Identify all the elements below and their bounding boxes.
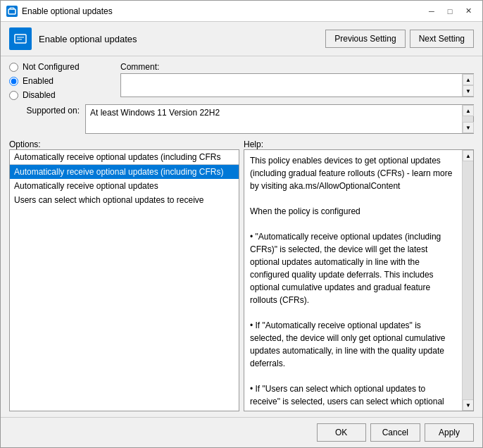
svg-rect-1	[15, 35, 26, 43]
header-row: Enable optional updates Previous Setting…	[1, 22, 482, 56]
enabled-label: Enabled	[23, 76, 54, 86]
prev-setting-button[interactable]: Previous Setting	[325, 30, 405, 48]
content-area: Not Configured Enabled Disabled Comment:…	[1, 56, 482, 417]
not-configured-label: Not Configured	[23, 62, 80, 72]
disabled-option[interactable]: Disabled	[9, 90, 101, 100]
nav-buttons: Previous Setting Next Setting	[325, 30, 474, 48]
disabled-radio[interactable]	[9, 91, 18, 100]
radio-group: Not Configured Enabled Disabled	[9, 62, 101, 100]
supported-scroll-up[interactable]: ▲	[463, 105, 474, 116]
supported-scroll-track	[463, 116, 473, 122]
comment-scrollbar[interactable]: ▲ ▼	[462, 74, 473, 97]
not-configured-option[interactable]: Not Configured	[9, 62, 101, 72]
close-button[interactable]: ✕	[460, 4, 477, 18]
title-bar: Enable optional updates ─ □ ✕	[1, 1, 482, 22]
window-controls: ─ □ ✕	[423, 4, 477, 18]
options-label-container: Options:	[9, 139, 239, 149]
window-icon	[6, 6, 18, 17]
list-item[interactable]: Users can select which optional updates …	[10, 193, 239, 207]
minimize-button[interactable]: ─	[423, 4, 440, 18]
supported-value: At least Windows 11 Version 22H2	[86, 105, 462, 133]
help-scrollbar[interactable]: ▲ ▼	[462, 150, 473, 411]
comment-box: ▲ ▼	[120, 73, 474, 97]
maximize-button[interactable]: □	[441, 4, 458, 18]
cancel-button[interactable]: Cancel	[370, 423, 420, 442]
comment-section: Comment: ▲ ▼	[120, 62, 474, 97]
comment-textarea[interactable]	[121, 74, 462, 97]
footer-buttons: OK Cancel Apply	[1, 417, 482, 447]
main-split: Automatically receive optional updates (…	[9, 149, 474, 411]
help-box: This policy enables devices to get optio…	[244, 149, 474, 411]
scroll-up-arrow[interactable]: ▲	[463, 74, 474, 85]
list-item[interactable]: Automatically receive optional updates	[10, 179, 239, 193]
help-label-container: Help:	[244, 139, 474, 149]
options-list-wrapper: Automatically receive optional updates (…	[10, 165, 239, 411]
main-window: Enable optional updates ─ □ ✕ Enable opt…	[0, 0, 483, 448]
window-title: Enable optional updates	[22, 6, 423, 16]
help-label: Help:	[244, 139, 263, 149]
enabled-option[interactable]: Enabled	[9, 76, 101, 86]
supported-section: Supported on: At least Windows 11 Versio…	[9, 104, 474, 134]
help-scroll-track	[463, 161, 473, 399]
options-panel: Automatically receive optional updates (…	[9, 149, 239, 411]
next-setting-button[interactable]: Next Setting	[410, 30, 474, 48]
ok-button[interactable]: OK	[317, 423, 366, 442]
header-icon	[9, 27, 32, 50]
panel-labels-row: Options: Help:	[9, 139, 474, 149]
options-label: Options:	[9, 139, 41, 149]
list-item[interactable]: Automatically receive optional updates (…	[10, 165, 239, 179]
options-box: Automatically receive optional updates (…	[9, 149, 239, 411]
comment-label: Comment:	[120, 62, 474, 72]
scroll-down-arrow[interactable]: ▼	[463, 85, 474, 97]
disabled-label: Disabled	[23, 90, 56, 100]
help-scroll-up[interactable]: ▲	[463, 150, 474, 161]
header-title: Enable optional updates	[39, 34, 325, 44]
svg-rect-0	[8, 9, 15, 14]
enabled-radio[interactable]	[9, 77, 18, 86]
help-content: This policy enables devices to get optio…	[244, 150, 462, 411]
options-dropdown-display[interactable]: Automatically receive optional updates (…	[10, 150, 239, 165]
supported-scroll-down[interactable]: ▼	[463, 122, 474, 133]
apply-button[interactable]: Apply	[425, 423, 474, 442]
supported-scrollbar[interactable]: ▲ ▼	[462, 105, 473, 133]
supported-box: At least Windows 11 Version 22H2 ▲ ▼	[85, 104, 474, 134]
not-configured-radio[interactable]	[9, 63, 18, 72]
supported-label: Supported on:	[9, 104, 80, 116]
help-panel: This policy enables devices to get optio…	[244, 149, 474, 411]
help-scroll-down[interactable]: ▼	[463, 399, 474, 411]
